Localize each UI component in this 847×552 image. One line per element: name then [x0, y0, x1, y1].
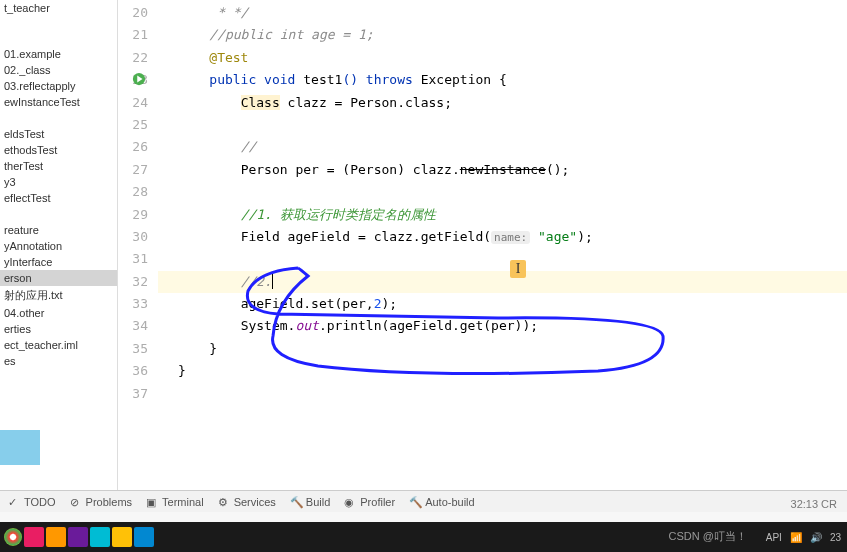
code-text: //1. 获取运行时类指定名的属性 — [241, 207, 436, 222]
tree-item[interactable]: eflectTest — [0, 190, 117, 206]
tray-time[interactable]: 23 — [830, 532, 841, 543]
tool-build[interactable]: 🔨Build — [290, 496, 330, 508]
run-test-icon[interactable] — [132, 72, 146, 86]
tree-item[interactable]: therTest — [0, 158, 117, 174]
code-text: System. — [241, 318, 296, 333]
bottom-toolbar: ✓TODO ⊘Problems ▣Terminal ⚙Services 🔨Bui… — [0, 490, 847, 512]
code-text: Class — [241, 95, 280, 110]
tree-item[interactable]: y3 — [0, 174, 117, 190]
tool-terminal[interactable]: ▣Terminal — [146, 496, 204, 508]
code-text: ageField.set(per, — [241, 296, 374, 311]
pycharm-icon[interactable] — [90, 527, 110, 547]
tool-profiler[interactable]: ◉Profiler — [344, 496, 395, 508]
tree-item[interactable]: eldsTest — [0, 126, 117, 142]
watermark: CSDN @叮当！ — [669, 529, 747, 544]
app-icon[interactable] — [24, 527, 44, 547]
line-gutter: 20 21 22 23 24 25 26 27 28 29 30 31 32 3… — [118, 0, 158, 490]
selection-indicator — [0, 430, 40, 465]
tree-item[interactable]: ewInstanceTest — [0, 94, 117, 110]
tree-item[interactable]: 02._class — [0, 62, 117, 78]
tree-item[interactable]: 03.reflectapply — [0, 78, 117, 94]
tree-item[interactable]: yAnnotation — [0, 238, 117, 254]
code-text: // — [241, 139, 257, 154]
tree-item[interactable]: 射的应用.txt — [0, 286, 117, 305]
tree-item-person[interactable]: erson — [0, 270, 117, 286]
system-tray[interactable]: API 📶 🔊 23 — [766, 532, 841, 543]
tool-autobuild[interactable]: 🔨Auto-build — [409, 496, 475, 508]
tree-item[interactable]: 01.example — [0, 46, 117, 62]
tree-item[interactable]: erties — [0, 321, 117, 337]
code-text: Person per = (Person) clazz. — [241, 162, 460, 177]
project-tree[interactable]: t_teacher 01.example 02._class 03.reflec… — [0, 0, 118, 490]
sublime-icon[interactable] — [46, 527, 66, 547]
code-text: Field ageField = clazz.getField( — [241, 229, 491, 244]
tree-item[interactable]: reature — [0, 222, 117, 238]
tray-wifi-icon[interactable]: 📶 — [790, 532, 802, 543]
code-text: //2. — [241, 274, 272, 289]
api-label: API — [766, 532, 782, 543]
code-text: } — [178, 341, 217, 356]
code-editor[interactable]: * */ //public int age = 1; @Test public … — [158, 0, 847, 490]
status-position: 32:13 CR — [791, 498, 837, 510]
tray-volume-icon[interactable]: 🔊 — [810, 532, 822, 543]
code-text: } — [178, 363, 186, 378]
code-text: //public int age = 1; — [209, 27, 373, 42]
tool-problems[interactable]: ⊘Problems — [70, 496, 132, 508]
tree-item[interactable]: yInterface — [0, 254, 117, 270]
text-cursor-icon — [510, 260, 526, 278]
code-text: @Test — [209, 50, 248, 65]
chrome-icon[interactable] — [4, 528, 22, 546]
tree-item[interactable]: 04.other — [0, 305, 117, 321]
tree-item[interactable]: es — [0, 353, 117, 369]
tool-todo[interactable]: ✓TODO — [8, 496, 56, 508]
edge-icon[interactable] — [134, 527, 154, 547]
tool-services[interactable]: ⚙Services — [218, 496, 276, 508]
code-text: * */ — [178, 5, 248, 20]
tree-item[interactable]: ect_teacher.iml — [0, 337, 117, 353]
tree-item[interactable]: ethodsTest — [0, 142, 117, 158]
intellij-icon[interactable] — [68, 527, 88, 547]
tree-item[interactable]: t_teacher — [0, 0, 117, 16]
code-text: public — [209, 72, 256, 87]
explorer-icon[interactable] — [112, 527, 132, 547]
